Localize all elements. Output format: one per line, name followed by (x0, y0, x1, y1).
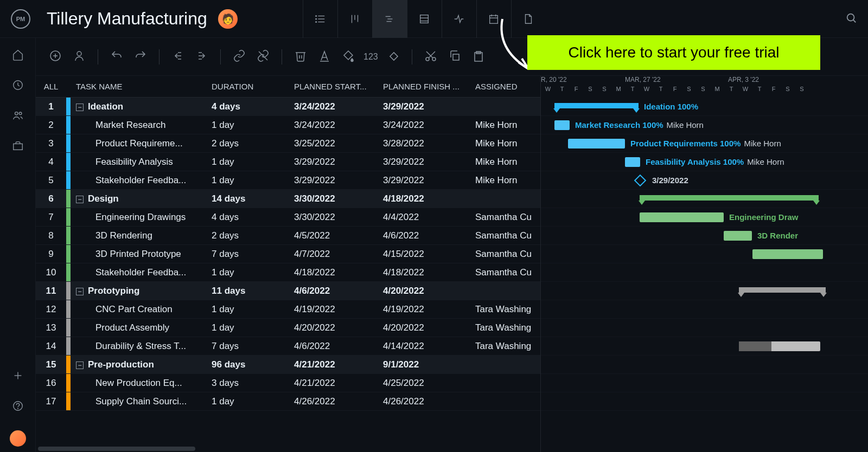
svg-rect-44 (390, 52, 398, 60)
table-row[interactable]: 14Durability & Stress T...7 days4/6/2022… (36, 337, 540, 356)
clock-icon[interactable] (12, 79, 24, 93)
svg-line-20 (853, 20, 856, 22)
table-row[interactable]: 7Engineering Drawings4 days3/30/20224/4/… (36, 208, 540, 227)
table-row[interactable]: 17Supply Chain Sourci...1 day4/26/20224/… (36, 392, 540, 411)
view-calendar-icon[interactable] (476, 0, 511, 38)
help-icon[interactable] (12, 400, 24, 414)
gantt-chart[interactable]: R, 20 '22MAR, 27 '22APR, 3 '22 WTFSSMTWT… (540, 76, 868, 452)
view-gantt-icon[interactable] (372, 0, 407, 38)
svg-point-28 (17, 408, 18, 409)
table-row[interactable]: 83D Rendering2 days4/5/20224/6/2022Saman… (36, 227, 540, 245)
fill-icon[interactable] (340, 47, 357, 67)
grid-header: ALL TASK NAME DURATION PLANNED START... … (36, 76, 540, 98)
undo-icon[interactable] (108, 47, 125, 67)
svg-point-19 (847, 14, 854, 21)
table-row[interactable]: 1−Ideation4 days3/24/20223/29/2022 (36, 98, 540, 116)
svg-point-27 (13, 402, 22, 411)
horizontal-scrollbar[interactable] (36, 445, 540, 452)
view-activity-icon[interactable] (442, 0, 476, 38)
table-row[interactable]: 6−Design14 days3/30/20224/18/2022 (36, 190, 540, 208)
task-grid: ALL TASK NAME DURATION PLANNED START... … (36, 76, 540, 452)
toolbar: 123 Click here to start your free trial (36, 38, 868, 76)
project-title[interactable]: Tillery Manufacturing (47, 9, 207, 29)
svg-rect-24 (13, 144, 22, 150)
view-sheet-icon[interactable] (407, 0, 442, 38)
svg-rect-15 (490, 15, 498, 23)
add-icon[interactable] (47, 47, 64, 67)
collapse-icon[interactable]: − (76, 288, 84, 295)
left-nav (0, 38, 36, 452)
col-header-assigned[interactable]: ASSIGNED (470, 82, 535, 91)
collapse-icon[interactable]: − (76, 104, 84, 111)
top-bar: PM Tillery Manufacturing 🧑 (0, 0, 868, 38)
svg-point-22 (15, 112, 18, 115)
cut-icon[interactable] (422, 47, 439, 67)
table-row[interactable]: 15−Pre-production96 days4/21/20229/1/202… (36, 356, 540, 374)
copy-icon[interactable] (446, 47, 463, 67)
svg-point-3 (316, 15, 317, 16)
svg-point-32 (77, 51, 81, 56)
table-row[interactable]: 2Market Research1 day3/24/20223/24/2022M… (36, 116, 540, 134)
people-icon[interactable] (12, 109, 24, 124)
collapse-icon[interactable]: − (76, 361, 84, 369)
table-row[interactable]: 12CNC Part Creation1 day4/19/20224/19/20… (36, 300, 540, 319)
view-tabs (303, 0, 546, 38)
col-header-duration[interactable]: DURATION (206, 82, 289, 91)
collapse-icon[interactable]: − (76, 196, 84, 203)
text-style-icon[interactable] (316, 47, 333, 67)
svg-rect-49 (453, 54, 459, 60)
free-trial-button[interactable]: Click here to start your free trial (527, 35, 820, 70)
col-header-name[interactable]: TASK NAME (71, 82, 206, 91)
svg-point-4 (316, 18, 317, 20)
avatar[interactable]: 🧑 (218, 9, 238, 29)
unlink-icon[interactable] (254, 47, 272, 67)
col-header-all[interactable]: ALL (36, 82, 66, 91)
user-avatar[interactable] (10, 430, 26, 447)
app-logo[interactable]: PM (11, 9, 30, 29)
view-list-icon[interactable] (303, 0, 337, 38)
svg-point-23 (19, 112, 22, 115)
table-row[interactable]: 3Product Requireme...2 days3/25/20223/28… (36, 134, 540, 153)
view-file-icon[interactable] (511, 0, 546, 38)
trash-icon[interactable] (292, 47, 309, 67)
table-row[interactable]: 10Stakeholder Feedba...1 day4/18/20224/1… (36, 263, 540, 282)
svg-rect-12 (420, 15, 429, 23)
col-header-finish[interactable]: PLANNED FINISH ... (378, 82, 470, 91)
col-header-start[interactable]: PLANNED START... (289, 82, 378, 91)
plus-icon[interactable] (12, 370, 24, 384)
link-icon[interactable] (231, 47, 248, 67)
assign-icon[interactable] (71, 47, 88, 67)
main-content: 123 Click here to start your free trial … (36, 38, 868, 452)
home-icon[interactable] (12, 49, 24, 63)
table-row[interactable]: 4Feasibility Analysis1 day3/29/20223/29/… (36, 153, 540, 171)
table-row[interactable]: 5Stakeholder Feedba...1 day3/29/20223/29… (36, 171, 540, 190)
milestone-icon[interactable] (385, 47, 402, 67)
view-board-icon[interactable] (337, 0, 372, 38)
paste-icon[interactable] (470, 47, 487, 67)
indent-icon[interactable] (193, 47, 210, 67)
table-row[interactable]: 11−Prototyping11 days4/6/20224/20/2022 (36, 282, 540, 300)
toolbar-number: 123 (363, 52, 378, 62)
redo-icon[interactable] (132, 47, 149, 67)
outdent-icon[interactable] (169, 47, 187, 67)
table-row[interactable]: 16New Production Eq...3 days4/21/20224/2… (36, 374, 540, 392)
briefcase-icon[interactable] (12, 140, 24, 154)
svg-point-5 (316, 21, 317, 22)
table-row[interactable]: 93D Printed Prototype7 days4/7/20224/15/… (36, 245, 540, 263)
table-row[interactable]: 13Product Assembly1 day4/20/20224/20/202… (36, 319, 540, 337)
search-icon[interactable] (845, 12, 857, 26)
